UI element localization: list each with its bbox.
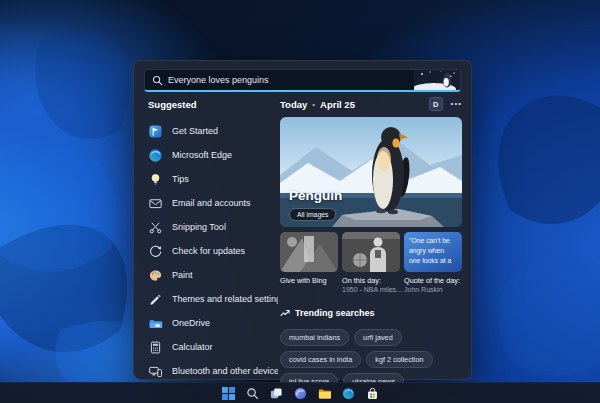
taskbar-search-icon[interactable] — [245, 386, 260, 401]
more-options-button[interactable]: ••• — [451, 97, 462, 111]
sidebar-item-get-started[interactable]: Get Started — [144, 119, 278, 143]
sidebar-item-label: Calculator — [172, 342, 213, 352]
card-on-this-day[interactable]: On this day: 1950 - NBA miles... — [342, 232, 400, 295]
pencil-icon — [148, 292, 163, 307]
sidebar-item-onedrive[interactable]: OneDrive — [144, 311, 278, 335]
get-started-icon — [148, 124, 163, 139]
envelope-icon — [148, 196, 163, 211]
onedrive-folder-icon — [148, 316, 163, 331]
sidebar-item-label: Paint — [172, 270, 193, 280]
sidebar-item-calculator[interactable]: Calculator — [144, 335, 278, 359]
file-explorer-icon[interactable] — [317, 386, 332, 401]
card-subcaption: 1950 - NBA miles... — [342, 285, 400, 294]
sidebar-item-label: Microsoft Edge — [172, 150, 232, 160]
taskbar — [0, 382, 600, 403]
edge-icon — [148, 148, 163, 163]
search-content-area: Today • April 25 D ••• — [280, 97, 462, 390]
search-input[interactable] — [168, 75, 414, 85]
sidebar-item-bluetooth-devices[interactable]: Bluetooth and other devices sett... — [144, 359, 278, 383]
search-bar[interactable] — [144, 69, 461, 92]
card-give-with-bing[interactable]: Give with Bing — [280, 232, 338, 295]
palette-icon — [148, 268, 163, 283]
quote-card: "One can't be angry when one looks at a … — [404, 232, 462, 272]
devices-icon — [148, 364, 163, 379]
sidebar-item-label: Check for updates — [172, 246, 245, 256]
card-caption: On this day: — [342, 276, 400, 285]
scissors-icon — [148, 220, 163, 235]
sidebar-item-tips[interactable]: Tips — [144, 167, 278, 191]
chip-mumbai-indians[interactable]: mumbai indians — [280, 329, 349, 346]
sidebar-item-label: OneDrive — [172, 318, 210, 328]
hero-title: Penguin — [289, 188, 342, 203]
sidebar-item-themes[interactable]: Themes and related settings — [144, 287, 278, 311]
sidebar-item-label: Get Started — [172, 126, 218, 136]
card-subcaption: John Ruskin — [404, 285, 462, 294]
give-with-bing-image — [280, 232, 338, 272]
chip-covid-cases[interactable]: covid cases in india — [280, 351, 361, 368]
sidebar-item-check-updates[interactable]: Check for updates — [144, 239, 278, 263]
sidebar-item-paint[interactable]: Paint — [144, 263, 278, 287]
cards-row: Give with Bing On this day: 1950 - NBA m… — [280, 232, 462, 295]
card-caption: Give with Bing — [280, 276, 338, 285]
refresh-icon — [148, 244, 163, 259]
dot-separator: • — [312, 100, 315, 109]
trending-section: Trending searches mumbai indians urfi ja… — [280, 304, 462, 390]
desktop-screen: Suggested Get Started Microsoft Edge Tip… — [0, 0, 600, 403]
avatar[interactable]: D — [429, 97, 443, 111]
trending-icon — [280, 304, 290, 322]
search-flyout-panel: Suggested Get Started Microsoft Edge Tip… — [133, 60, 472, 380]
sidebar-item-label: Bluetooth and other devices sett... — [172, 366, 278, 376]
today-label: Today — [280, 99, 307, 110]
search-icon — [152, 75, 163, 86]
taskbar-edge-icon[interactable] — [341, 386, 356, 401]
start-button[interactable] — [221, 386, 236, 401]
lightbulb-icon — [148, 172, 163, 187]
today-header: Today • April 25 D ••• — [280, 97, 462, 111]
calculator-icon — [148, 340, 163, 355]
trending-title: Trending searches — [295, 308, 375, 318]
penguin-doodle-icon — [414, 70, 460, 90]
chip-urfi-javed[interactable]: urfi javed — [354, 329, 402, 346]
sidebar-item-label: Themes and related settings — [172, 294, 278, 304]
sidebar-item-email-accounts[interactable]: Email and accounts — [144, 191, 278, 215]
suggested-section: Suggested Get Started Microsoft Edge Tip… — [144, 97, 278, 383]
suggested-title: Suggested — [148, 99, 278, 110]
sidebar-item-label: Tips — [172, 174, 189, 184]
sidebar-item-label: Email and accounts — [172, 198, 251, 208]
on-this-day-image — [342, 232, 400, 272]
card-caption: Quote of the day: — [404, 276, 462, 285]
chip-kgf-2-collection[interactable]: kgf 2 collection — [366, 351, 432, 368]
hero-image-card[interactable]: Penguin All images — [280, 117, 462, 227]
task-view-icon[interactable] — [269, 386, 284, 401]
date-label: April 25 — [320, 99, 355, 110]
all-images-button[interactable]: All images — [289, 208, 336, 221]
sidebar-item-label: Snipping Tool — [172, 222, 226, 232]
trending-chips: mumbai indians urfi javed covid cases in… — [280, 329, 464, 390]
sidebar-item-snipping-tool[interactable]: Snipping Tool — [144, 215, 278, 239]
store-icon[interactable] — [365, 386, 380, 401]
sidebar-item-microsoft-edge[interactable]: Microsoft Edge — [144, 143, 278, 167]
card-quote-of-the-day[interactable]: "One can't be angry when one looks at a … — [404, 232, 462, 295]
widgets-icon[interactable] — [293, 386, 308, 401]
